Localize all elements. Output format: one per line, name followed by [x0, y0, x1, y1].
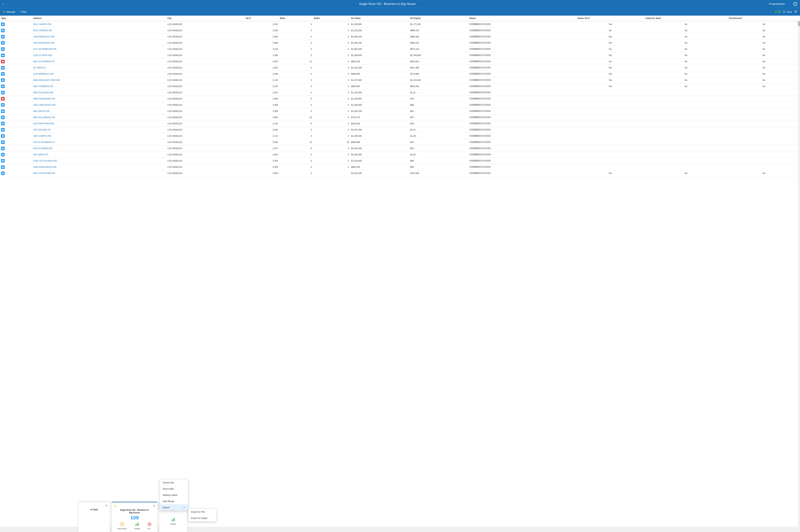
cell-owner — [468, 164, 577, 170]
table-row[interactable]: 1261 LINDA ROSA AVE LOS ANGELES 2,356 4 … — [0, 102, 800, 108]
cell-listed: No — [644, 40, 728, 46]
cell-est-equity: $617,968 — [409, 65, 468, 71]
card-action-insights-laguna[interactable]: Insights — [170, 517, 176, 525]
cell-est-value: $1,349,500 — [350, 133, 409, 139]
table-row[interactable]: 1843 CAMPUS RD LOS ANGELES 2,214 4 2 $1,… — [0, 133, 800, 139]
cell-est-value: $1,128,500 — [350, 90, 409, 96]
table-row[interactable]: 2123 FAIR PARK AVE LOS ANGELES 4,110 8 5… — [0, 120, 800, 127]
table-row[interactable]: 4871 WIOTA ST LOS ANGELES 2,602 4 3 $1,2… — [0, 152, 800, 158]
owner-name-blur — [469, 135, 491, 137]
cell-foreclosure: No — [728, 21, 800, 27]
view-button[interactable]: ☷ View — [783, 10, 792, 14]
owner-name-blur — [469, 60, 491, 62]
user-icon[interactable]: 👤 — [787, 2, 791, 6]
cell-listed: No — [644, 77, 728, 83]
menu-item-export[interactable]: Export ▶ — [160, 504, 188, 511]
cell-owner-occ: No — [576, 27, 644, 34]
card-gear-icon-eagle[interactable]: ⚙ — [153, 505, 155, 507]
table-row[interactable]: 1507 NOLDEN ST LOS ANGELES 2,042 4 3 $1,… — [0, 127, 800, 133]
table-row[interactable]: 1471 SILVERWOOD DR LOS ANGELES 3,234 5 4… — [0, 46, 800, 52]
filter-button[interactable]: ▿ Filter — [19, 11, 27, 13]
menu-item-online-ads[interactable]: Online Ads — [160, 479, 188, 486]
scrollbar-track[interactable] — [798, 16, 800, 527]
cell-listed — [644, 102, 728, 108]
card-action-contacts[interactable]: Con... — [147, 522, 152, 527]
cell-est-equity: $86... — [409, 102, 468, 108]
table-row[interactable]: 4924 GLEN IRIS AVE LOS ANGELES 2,010 4 4… — [0, 90, 800, 96]
help-icon[interactable]: ? — [793, 2, 797, 6]
table-row[interactable]: 2108 LAS COLINAS AVE LOS ANGELES 2,492 6… — [0, 158, 800, 164]
col-baths: Baths — [313, 16, 350, 21]
share-button[interactable] — [794, 10, 797, 14]
table-row[interactable]: 6001 HILLANDALE DR LOS ANGELES 4,690 10 … — [0, 114, 800, 120]
table-row[interactable]: 5522 STRATFORD RD LOS ANGELES 2,000 4 $1… — [0, 170, 800, 176]
menu-item-export-to-zapier[interactable]: Export to Zapier — [188, 515, 216, 521]
manage-button[interactable]: ★ Manage — [3, 10, 15, 14]
menu-item-direct-mail[interactable]: Direct Mail — [160, 486, 188, 492]
cell-foreclosure — [728, 120, 800, 127]
cell-owner-occ: Yes — [576, 65, 644, 71]
header-right: PropertyRadar 👤 ? — [769, 2, 797, 6]
cell-foreclosure: No — [728, 83, 800, 90]
table-row[interactable]: 1568 HAZELWOOD AVE LOS ANGELES 3,459 5 2… — [0, 164, 800, 170]
table-row[interactable]: 5066 HIGHLAND VIEW AVE LOS ANGELES 2,124… — [0, 77, 800, 83]
cell-sqft: 2,000 — [244, 170, 279, 176]
cell-owner-occ: Yes — [576, 21, 644, 27]
cell-beds: 6 — [279, 96, 313, 102]
owner-name-blur — [469, 147, 491, 149]
cell-baths: 4 — [313, 90, 350, 96]
type-icon — [1, 22, 5, 26]
filter-label: Filter — [21, 11, 27, 13]
menu-item-export-to-file[interactable]: Export to File — [188, 509, 216, 515]
type-icon — [1, 29, 5, 32]
table-row[interactable]: 537 NEVA PL LOS ANGELES 2,281 4 4 $1,191… — [0, 65, 800, 71]
type-icon — [1, 54, 5, 57]
cell-baths: 2 — [313, 164, 350, 170]
menu-item-mailing-labels[interactable]: Mailing Labels — [160, 492, 188, 498]
table-row[interactable]: 1446 ARMADALE AVE LOS ANGELES 2,040 4 2 … — [0, 34, 800, 40]
table-row[interactable]: 1223 LE GRAY AVE LOS ANGELES 2,380 5 2 $… — [0, 52, 800, 58]
table-row[interactable]: 4909 TOWNSEND AVE LOS ANGELES 2,868 6 3 … — [0, 96, 800, 102]
list-card-eagle-rock[interactable]: ⚡ ⚙ Eagle Rock HS - Boomers inBig House … — [111, 502, 158, 527]
type-icon — [1, 153, 5, 156]
owner-name-blur — [469, 54, 491, 56]
cell-foreclosure — [728, 102, 800, 108]
cell-address: 6831 N FIGUEROA ST — [32, 58, 166, 65]
table-row[interactable]: 1515 WILDWOOD DR LOS ANGELES 3,068 4 4 $… — [0, 40, 800, 46]
table-row[interactable]: 1851 YOSEMITE DR LOS ANGELES 2,570 4 3 $… — [0, 83, 800, 90]
table-row[interactable]: 2123 NORWALK AVE LOS ANGELES 2,268 4 2 $… — [0, 71, 800, 77]
table-row[interactable]: 5018 CORINGA DR LOS ANGELES 2,428 4 3 $1… — [0, 27, 800, 34]
svg-rect-1 — [135, 524, 136, 526]
card-gear-icon-state[interactable]: ⚙ — [106, 504, 108, 507]
star-icon: ★ — [3, 10, 5, 14]
cell-baths: 3 — [313, 27, 350, 34]
table-row[interactable]: 4912 ARGUS DR LOS ANGELES 2,066 4 3 $1,2… — [0, 108, 800, 114]
card-action-insights[interactable]: Insights — [134, 522, 140, 527]
table-row[interactable]: 7041 N FIGUEROA ST LOS ANGELES 3,504 10 … — [0, 139, 800, 146]
cell-owner-occ: Yes — [576, 170, 644, 176]
list-card-state[interactable]: ⚙ of State — [78, 502, 110, 527]
cell-est-value: $1,238,900 — [350, 21, 409, 27]
cell-owner — [468, 77, 577, 83]
owner-name-blur — [469, 129, 491, 131]
cell-beds: 4 — [279, 71, 313, 77]
cell-address: 5018 CORINGA DR — [32, 27, 166, 34]
cell-address: 1843 CAMPUS RD — [32, 133, 166, 139]
table-row[interactable]: 1521 CAMPUS RD LOS ANGELES 2,343 5 2 $1,… — [0, 21, 800, 27]
cell-owner-occ: No — [576, 46, 644, 52]
cell-type — [0, 58, 32, 65]
card-action-automations[interactable]: Automations — [117, 522, 127, 527]
back-button[interactable]: ‹ — [3, 2, 4, 6]
table-row[interactable]: 5015 ALMADEN DR LOS ANGELES 3,374 8 4 $1… — [0, 146, 800, 152]
table-row[interactable]: 6831 N FIGUEROA ST LOS ANGELES 4,555 12 … — [0, 58, 800, 65]
menu-item-mail-merge[interactable]: Mail Merge — [160, 498, 188, 504]
cell-owner-occ: Yes — [576, 34, 644, 40]
insights-icon — [135, 522, 139, 527]
result-count: 109 — [774, 10, 781, 14]
cell-city: LOS ANGELES — [166, 102, 244, 108]
export-to-file-label: Export to File — [191, 511, 205, 513]
cell-sqft: 2,066 — [244, 108, 279, 114]
cell-baths: 3 — [313, 127, 350, 133]
cell-type — [0, 40, 32, 46]
svg-point-6 — [149, 524, 150, 525]
